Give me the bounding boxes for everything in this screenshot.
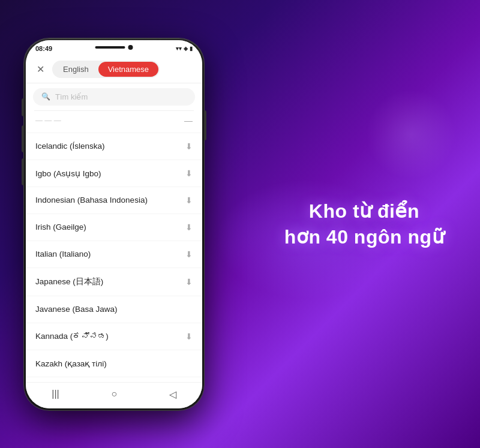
power-button: [204, 110, 206, 140]
search-input-wrapper[interactable]: 🔍 Tìm kiếm: [33, 88, 195, 106]
phone-frame: 08:49 ▾▾ ◈ ▮ ✕ English Vietnamese: [24, 38, 204, 410]
lang-name: Icelandic (Íslenska): [35, 142, 105, 151]
list-item[interactable]: Kannada (ಕನ್ನಡ) ⬇: [26, 323, 202, 350]
lang-name-partial: — — —: [35, 116, 61, 125]
download-icon[interactable]: ⬇: [185, 142, 193, 151]
download-icon[interactable]: ⬇: [185, 332, 193, 341]
signal-icon: ▾▾: [176, 46, 182, 52]
lang-name: Kannada (ಕನ್ನಡ): [35, 332, 109, 341]
promo-text: Kho từ điển hơn 40 ngôn ngữ: [284, 198, 444, 249]
phone-screen: 08:49 ▾▾ ◈ ▮ ✕ English Vietnamese: [26, 40, 202, 408]
list-item[interactable]: Igbo (Asụsụ Igbo) ⬇: [26, 160, 202, 187]
search-bar: 🔍 Tìm kiếm: [26, 83, 202, 110]
list-item[interactable]: Irish (Gaeilge) ⬇: [26, 214, 202, 241]
promo-line2: hơn 40 ngôn ngữ: [284, 226, 444, 248]
list-item-partial: — — — —: [26, 111, 202, 133]
app-header: ✕ English Vietnamese: [26, 55, 202, 83]
download-icon-partial: —: [184, 116, 193, 125]
list-item[interactable]: Icelandic (Íslenska) ⬇: [26, 133, 202, 160]
list-item[interactable]: Italian (Italiano) ⬇: [26, 241, 202, 268]
navigation-bar: ||| ○ ◁: [26, 382, 202, 408]
front-camera: [128, 45, 133, 50]
status-bar: 08:49 ▾▾ ◈ ▮: [26, 40, 202, 55]
lang-name: Indonesian (Bahasa Indonesia): [35, 196, 148, 205]
tab-english[interactable]: English: [53, 62, 98, 77]
camera-notch: [95, 45, 133, 50]
tab-vietnamese[interactable]: Vietnamese: [98, 62, 158, 77]
volume-down-button: [22, 158, 24, 185]
home-button[interactable]: ○: [111, 389, 117, 399]
back-button[interactable]: ◁: [169, 389, 176, 400]
phone-mockup: 08:49 ▾▾ ◈ ▮ ✕ English Vietnamese: [24, 38, 204, 410]
recent-apps-button[interactable]: |||: [52, 389, 59, 399]
battery-icon: ▮: [190, 46, 193, 52]
lang-name: Japanese (日本語): [35, 276, 103, 287]
search-placeholder-text: Tìm kiếm: [55, 92, 88, 101]
language-list[interactable]: — — — — Icelandic (Íslenska) ⬇ Igbo (Asụ…: [26, 111, 202, 382]
search-icon: 🔍: [41, 92, 50, 101]
list-item[interactable]: Javanese (Basa Jawa) ⬇: [26, 296, 202, 323]
status-icons: ▾▾ ◈ ▮: [176, 46, 193, 52]
lang-name: Igbo (Asụsụ Igbo): [35, 169, 101, 178]
status-time: 08:49: [35, 45, 52, 52]
language-tab-group: English Vietnamese: [52, 61, 160, 78]
list-item[interactable]: Indonesian (Bahasa Indonesia) ⬇: [26, 187, 202, 214]
download-icon[interactable]: ⬇: [185, 277, 193, 287]
promo-line1: Kho từ điển: [309, 200, 419, 221]
speaker-bar: [95, 46, 125, 49]
lang-name: Javanese (Basa Jawa): [35, 305, 118, 314]
lang-name: Italian (Italiano): [35, 249, 91, 258]
volume-up-button: [22, 125, 24, 152]
download-icon[interactable]: ⬇: [185, 169, 193, 178]
list-item[interactable]: Japanese (日本語) ⬇: [26, 268, 202, 296]
list-item[interactable]: Kazakh (қазақ тілі) ⬇: [26, 350, 202, 377]
download-icon[interactable]: ⬇: [185, 196, 193, 205]
lang-name: Irish (Gaeilge): [35, 223, 86, 231]
download-icon[interactable]: ⬇: [185, 223, 193, 232]
wifi-icon: ◈: [184, 46, 188, 52]
download-icon[interactable]: ⬇: [185, 249, 193, 259]
lang-name: Kazakh (қазақ тілі): [35, 359, 107, 368]
volume-silent-button: [22, 98, 24, 116]
list-item[interactable]: Khmer (ភាសាខ្មែរ) ⬇: [26, 377, 202, 382]
close-button[interactable]: ✕: [34, 63, 46, 75]
